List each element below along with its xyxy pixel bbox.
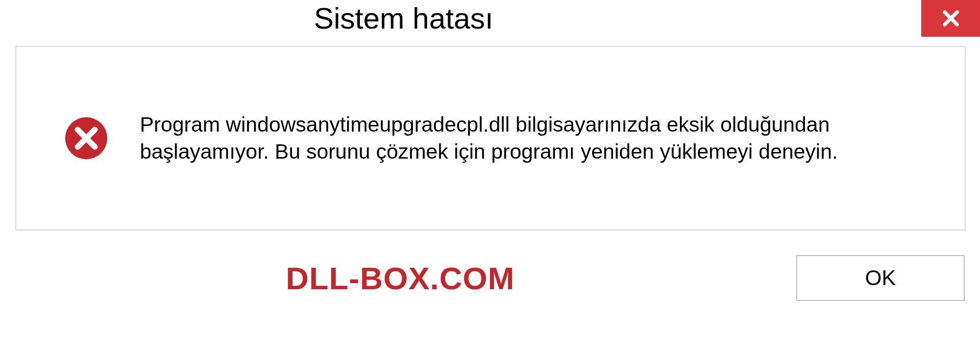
dialog-content-panel: Program windowsanytimeupgradecpl.dll bil… [15, 46, 966, 231]
ok-button[interactable]: OK [796, 255, 965, 301]
close-button[interactable] [921, 0, 980, 37]
title-bar: Sistem hatası [0, 0, 980, 46]
error-message: Program windowsanytimeupgradecpl.dll bil… [140, 111, 905, 166]
dialog-footer: DLL-BOX.COM OK [0, 255, 980, 301]
close-icon [940, 8, 962, 29]
ok-button-label: OK [865, 266, 896, 290]
watermark-text: DLL-BOX.COM [286, 260, 514, 296]
dialog-title: Sistem hatası [314, 1, 493, 35]
error-icon [63, 115, 109, 161]
